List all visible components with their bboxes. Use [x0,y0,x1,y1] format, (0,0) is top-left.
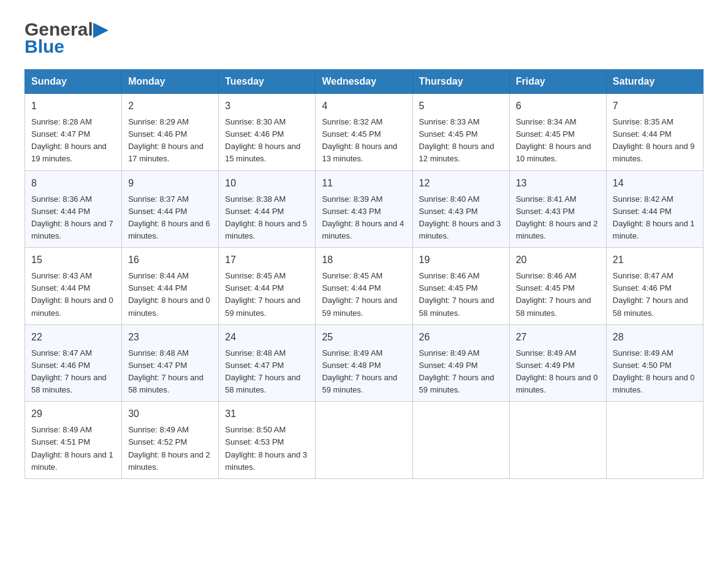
calendar-cell: 1 Sunrise: 8:28 AM Sunset: 4:47 PM Dayli… [25,94,122,171]
cell-info: Sunrise: 8:48 AM Sunset: 4:47 PM Dayligh… [225,347,309,397]
calendar-cell: 9 Sunrise: 8:37 AM Sunset: 4:44 PM Dayli… [122,170,219,248]
day-number: 18 [322,253,406,267]
day-number: 12 [419,176,503,191]
day-header-tuesday: Tuesday [219,70,316,94]
day-number: 3 [225,99,309,113]
calendar-cell [606,402,703,479]
day-number: 25 [322,330,406,345]
calendar-cell [412,402,509,479]
calendar-cell: 6 Sunrise: 8:34 AM Sunset: 4:45 PM Dayli… [509,94,606,171]
cell-info: Sunrise: 8:35 AM Sunset: 4:44 PM Dayligh… [613,116,697,166]
calendar-header-row: SundayMondayTuesdayWednesdayThursdayFrid… [25,70,703,94]
calendar-cell: 3 Sunrise: 8:30 AM Sunset: 4:46 PM Dayli… [219,94,316,171]
day-number: 22 [31,330,115,345]
day-number: 4 [322,99,406,113]
cell-info: Sunrise: 8:45 AM Sunset: 4:44 PM Dayligh… [322,270,406,320]
calendar-cell: 8 Sunrise: 8:36 AM Sunset: 4:44 PM Dayli… [25,170,122,248]
calendar-cell: 26 Sunrise: 8:49 AM Sunset: 4:49 PM Dayl… [412,324,509,402]
day-number: 1 [31,99,115,113]
day-number: 2 [128,99,212,113]
cell-info: Sunrise: 8:48 AM Sunset: 4:47 PM Dayligh… [128,347,212,397]
calendar-week-row: 1 Sunrise: 8:28 AM Sunset: 4:47 PM Dayli… [25,94,703,171]
day-number: 31 [225,407,309,421]
day-header-wednesday: Wednesday [316,70,412,94]
cell-info: Sunrise: 8:38 AM Sunset: 4:44 PM Dayligh… [225,193,309,243]
day-number: 20 [516,253,600,267]
cell-info: Sunrise: 8:36 AM Sunset: 4:44 PM Dayligh… [31,193,115,243]
cell-info: Sunrise: 8:39 AM Sunset: 4:43 PM Dayligh… [322,193,406,243]
calendar-cell: 12 Sunrise: 8:40 AM Sunset: 4:43 PM Dayl… [412,170,509,248]
calendar-cell: 14 Sunrise: 8:42 AM Sunset: 4:44 PM Dayl… [606,170,703,248]
day-number: 16 [128,253,212,267]
cell-info: Sunrise: 8:49 AM Sunset: 4:49 PM Dayligh… [419,347,503,397]
day-number: 17 [225,253,309,267]
cell-info: Sunrise: 8:41 AM Sunset: 4:43 PM Dayligh… [516,193,600,243]
day-number: 28 [613,330,697,345]
calendar-cell: 2 Sunrise: 8:29 AM Sunset: 4:46 PM Dayli… [122,94,219,171]
cell-info: Sunrise: 8:49 AM Sunset: 4:50 PM Dayligh… [613,347,697,397]
logo-blue: Blue [25,36,107,57]
calendar-cell: 29 Sunrise: 8:49 AM Sunset: 4:51 PM Dayl… [25,402,122,479]
calendar-week-row: 29 Sunrise: 8:49 AM Sunset: 4:51 PM Dayl… [25,402,703,479]
cell-info: Sunrise: 8:49 AM Sunset: 4:48 PM Dayligh… [322,347,406,397]
day-number: 5 [419,99,503,113]
cell-info: Sunrise: 8:28 AM Sunset: 4:47 PM Dayligh… [31,116,115,166]
day-header-monday: Monday [122,70,219,94]
calendar-cell: 27 Sunrise: 8:49 AM Sunset: 4:49 PM Dayl… [509,324,606,402]
calendar-cell: 25 Sunrise: 8:49 AM Sunset: 4:48 PM Dayl… [316,324,412,402]
day-number: 7 [613,99,697,113]
calendar-cell: 24 Sunrise: 8:48 AM Sunset: 4:47 PM Dayl… [219,324,316,402]
day-number: 9 [128,176,212,191]
calendar-cell [316,402,412,479]
day-number: 21 [613,253,697,267]
calendar-cell: 11 Sunrise: 8:39 AM Sunset: 4:43 PM Dayl… [316,170,412,248]
cell-info: Sunrise: 8:49 AM Sunset: 4:51 PM Dayligh… [31,424,115,473]
day-number: 8 [31,176,115,191]
day-header-thursday: Thursday [412,70,509,94]
calendar-cell: 15 Sunrise: 8:43 AM Sunset: 4:44 PM Dayl… [25,248,122,325]
cell-info: Sunrise: 8:33 AM Sunset: 4:45 PM Dayligh… [419,116,503,166]
logo: General▶ Blue [25,18,107,57]
day-header-friday: Friday [509,70,606,94]
calendar-table: SundayMondayTuesdayWednesdayThursdayFrid… [25,69,703,479]
cell-info: Sunrise: 8:46 AM Sunset: 4:45 PM Dayligh… [419,270,503,320]
calendar-cell: 4 Sunrise: 8:32 AM Sunset: 4:45 PM Dayli… [316,94,412,171]
day-number: 19 [419,253,503,267]
cell-info: Sunrise: 8:47 AM Sunset: 4:46 PM Dayligh… [31,347,115,397]
cell-info: Sunrise: 8:43 AM Sunset: 4:44 PM Dayligh… [31,270,115,320]
page-header: General▶ Blue [25,18,703,57]
calendar-cell: 19 Sunrise: 8:46 AM Sunset: 4:45 PM Dayl… [412,248,509,325]
cell-info: Sunrise: 8:29 AM Sunset: 4:46 PM Dayligh… [128,116,212,166]
day-number: 27 [516,330,600,345]
day-number: 24 [225,330,309,345]
day-header-saturday: Saturday [606,70,703,94]
cell-info: Sunrise: 8:44 AM Sunset: 4:44 PM Dayligh… [128,270,212,320]
day-number: 30 [128,407,212,421]
day-number: 6 [516,99,600,113]
calendar-cell: 5 Sunrise: 8:33 AM Sunset: 4:45 PM Dayli… [412,94,509,171]
day-header-sunday: Sunday [25,70,122,94]
day-number: 10 [225,176,309,191]
cell-info: Sunrise: 8:49 AM Sunset: 4:49 PM Dayligh… [516,347,600,397]
cell-info: Sunrise: 8:40 AM Sunset: 4:43 PM Dayligh… [419,193,503,243]
calendar-week-row: 22 Sunrise: 8:47 AM Sunset: 4:46 PM Dayl… [25,324,703,402]
day-number: 14 [613,176,697,191]
calendar-cell: 21 Sunrise: 8:47 AM Sunset: 4:46 PM Dayl… [606,248,703,325]
cell-info: Sunrise: 8:34 AM Sunset: 4:45 PM Dayligh… [516,116,600,166]
calendar-cell: 16 Sunrise: 8:44 AM Sunset: 4:44 PM Dayl… [122,248,219,325]
calendar-cell: 18 Sunrise: 8:45 AM Sunset: 4:44 PM Dayl… [316,248,412,325]
cell-info: Sunrise: 8:42 AM Sunset: 4:44 PM Dayligh… [613,193,697,243]
calendar-cell: 31 Sunrise: 8:50 AM Sunset: 4:53 PM Dayl… [219,402,316,479]
calendar-cell: 22 Sunrise: 8:47 AM Sunset: 4:46 PM Dayl… [25,324,122,402]
calendar-cell: 23 Sunrise: 8:48 AM Sunset: 4:47 PM Dayl… [122,324,219,402]
calendar-week-row: 15 Sunrise: 8:43 AM Sunset: 4:44 PM Dayl… [25,248,703,325]
logo-text: General▶ Blue [25,18,107,57]
day-number: 26 [419,330,503,345]
calendar-cell: 28 Sunrise: 8:49 AM Sunset: 4:50 PM Dayl… [606,324,703,402]
day-number: 13 [516,176,600,191]
calendar-cell: 10 Sunrise: 8:38 AM Sunset: 4:44 PM Dayl… [219,170,316,248]
day-number: 29 [31,407,115,421]
calendar-cell: 17 Sunrise: 8:45 AM Sunset: 4:44 PM Dayl… [219,248,316,325]
calendar-cell: 20 Sunrise: 8:46 AM Sunset: 4:45 PM Dayl… [509,248,606,325]
cell-info: Sunrise: 8:30 AM Sunset: 4:46 PM Dayligh… [225,116,309,166]
